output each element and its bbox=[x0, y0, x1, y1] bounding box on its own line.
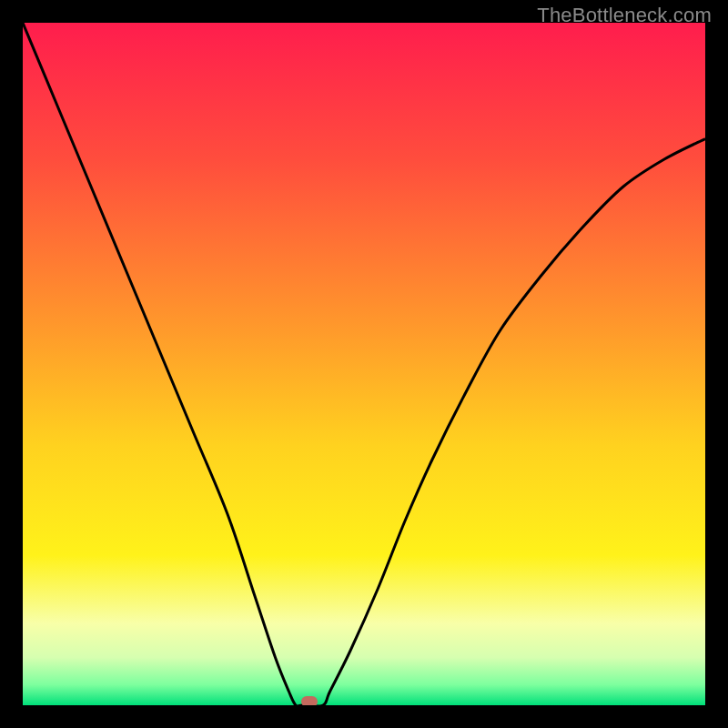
curve-layer bbox=[23, 23, 705, 705]
bottleneck-curve bbox=[23, 23, 705, 705]
outer-frame: TheBottleneck.com bbox=[0, 0, 728, 728]
watermark-text: TheBottleneck.com bbox=[537, 4, 712, 27]
plot-area bbox=[23, 23, 705, 705]
optimum-marker bbox=[301, 696, 318, 705]
